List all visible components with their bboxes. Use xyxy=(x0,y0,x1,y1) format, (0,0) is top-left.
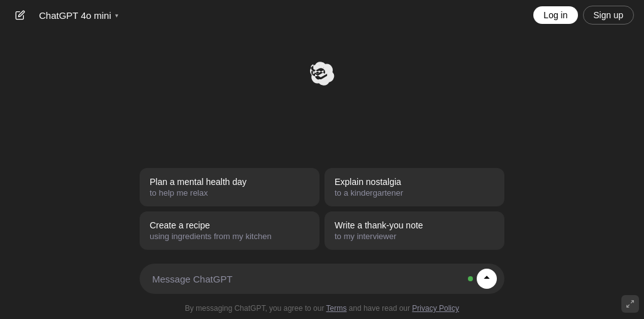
suggestion-card-mental-health[interactable]: Plan a mental health day to help me rela… xyxy=(140,168,319,206)
bottom-right-icon[interactable] xyxy=(621,295,639,313)
send-button[interactable] xyxy=(477,269,497,289)
status-dot xyxy=(468,276,473,281)
login-button[interactable]: Log in xyxy=(533,6,577,24)
expand-icon xyxy=(626,299,635,308)
suggestion-title-3: Create a recipe xyxy=(150,220,309,230)
suggestion-title-4: Write a thank-you note xyxy=(335,220,494,230)
suggestion-card-recipe[interactable]: Create a recipe using ingredients from m… xyxy=(140,211,319,250)
suggestion-title-1: Plan a mental health day xyxy=(150,177,309,187)
message-input[interactable] xyxy=(152,274,463,284)
header-left: ChatGPT 4o mini ▾ xyxy=(10,5,122,25)
suggestion-subtitle-1: to help me relax xyxy=(150,188,309,198)
suggestion-title-2: Explain nostalgia xyxy=(335,177,494,187)
header: ChatGPT 4o mini ▾ Log in Sign up xyxy=(0,0,644,30)
main-content: Plan a mental health day to help me rela… xyxy=(0,30,644,319)
privacy-link[interactable]: Privacy Policy xyxy=(412,304,459,313)
suggestion-subtitle-4: to my interviewer xyxy=(335,232,494,241)
header-right: Log in Sign up xyxy=(533,6,634,25)
input-area xyxy=(140,264,504,294)
app-title-text: ChatGPT 4o mini xyxy=(39,10,111,21)
suggestion-subtitle-3: using ingredients from my kitchen xyxy=(150,232,309,241)
signup-button[interactable]: Sign up xyxy=(583,6,634,25)
new-chat-button[interactable] xyxy=(10,5,30,25)
input-actions xyxy=(468,269,497,289)
logo-area xyxy=(309,62,335,89)
send-icon xyxy=(482,274,491,283)
input-container xyxy=(140,264,504,294)
suggestion-card-nostalgia[interactable]: Explain nostalgia to a kindergartener xyxy=(325,168,504,206)
svg-line-0 xyxy=(631,301,633,303)
svg-line-1 xyxy=(627,305,630,307)
suggestion-card-thank-you[interactable]: Write a thank-you note to my interviewer xyxy=(325,211,504,250)
terms-link[interactable]: Terms xyxy=(326,304,347,313)
footer-text: By messaging ChatGPT, you agree to our T… xyxy=(185,304,459,313)
suggestion-subtitle-2: to a kindergartener xyxy=(335,188,494,198)
model-selector[interactable]: ChatGPT 4o mini ▾ xyxy=(35,8,122,23)
chevron-down-icon: ▾ xyxy=(115,12,118,19)
openai-logo xyxy=(309,62,335,87)
suggestions-area: Plan a mental health day to help me rela… xyxy=(140,168,504,250)
